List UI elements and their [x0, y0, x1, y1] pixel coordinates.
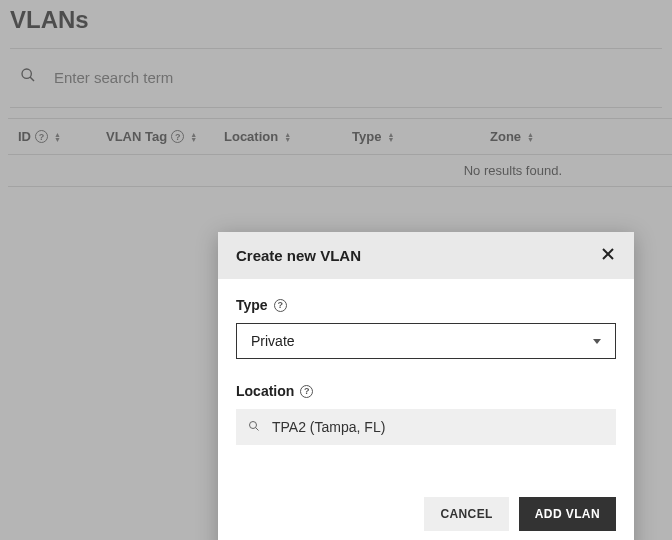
- location-label: Location ?: [236, 383, 616, 399]
- location-label-text: Location: [236, 383, 294, 399]
- help-icon[interactable]: ?: [274, 299, 287, 312]
- create-vlan-modal: Create new VLAN Type ? Private Location …: [218, 232, 634, 540]
- location-value: TPA2 (Tampa, FL): [272, 419, 385, 435]
- modal-header: Create new VLAN: [218, 232, 634, 279]
- add-vlan-button[interactable]: ADD VLAN: [519, 497, 616, 531]
- close-icon: [602, 248, 614, 263]
- cancel-button[interactable]: CANCEL: [424, 497, 508, 531]
- search-icon: [248, 419, 260, 435]
- svg-line-5: [256, 428, 259, 431]
- modal-title: Create new VLAN: [236, 247, 361, 264]
- type-label-text: Type: [236, 297, 268, 313]
- type-select[interactable]: Private: [236, 323, 616, 359]
- svg-point-4: [250, 422, 257, 429]
- help-icon[interactable]: ?: [300, 385, 313, 398]
- close-button[interactable]: [600, 246, 616, 265]
- type-label: Type ?: [236, 297, 616, 313]
- location-search-input[interactable]: TPA2 (Tampa, FL): [236, 409, 616, 445]
- chevron-down-icon: [593, 339, 601, 344]
- type-select-value: Private: [251, 333, 295, 349]
- modal-footer: CANCEL ADD VLAN: [218, 497, 634, 540]
